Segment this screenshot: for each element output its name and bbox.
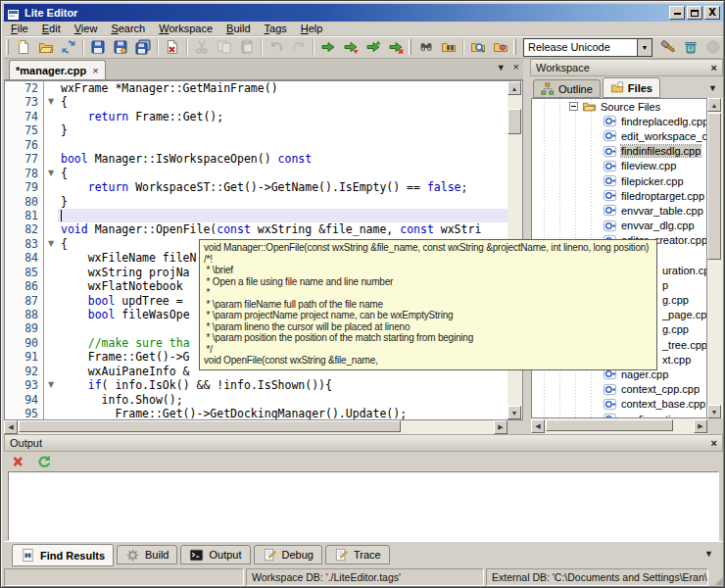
menu-file[interactable]: File <box>4 23 35 34</box>
tab-trace[interactable]: Trace <box>325 545 390 564</box>
code-line-74[interactable]: 74 return Frame::Get(); <box>5 110 508 123</box>
clear-bookmarks-button[interactable] <box>384 37 407 58</box>
stop-button[interactable] <box>701 37 724 58</box>
fold-marker-icon[interactable]: ▼ <box>44 95 58 109</box>
combo-dropdown-icon[interactable]: ▼ <box>637 39 652 56</box>
maximize-button[interactable] <box>687 6 702 20</box>
tree-item-filepicker-cpp[interactable]: filepicker.cpp <box>532 173 706 188</box>
scroll-down-icon[interactable]: ▼ <box>707 405 721 418</box>
scroll-output-button[interactable] <box>32 452 55 472</box>
tree-item-findinfilesdlg-cpp[interactable]: findinfilesdlg.cpp <box>532 144 706 159</box>
workspace-caption[interactable]: Workspace × <box>530 59 723 76</box>
tree-item-context-base-cpp[interactable]: context_base.cpp <box>532 397 706 412</box>
fold-marker-icon[interactable]: ▼ <box>44 378 58 392</box>
tab-outline[interactable]: Outline <box>533 79 601 98</box>
resize-grip[interactable]: ◢ <box>710 568 723 586</box>
redo-button[interactable] <box>287 37 310 58</box>
tree-item-envvar-dlg-cpp[interactable]: envvar_dlg.cpp <box>532 219 706 233</box>
scroll-up-icon[interactable]: ▲ <box>707 98 721 112</box>
toolbar-gripper[interactable] <box>409 39 411 55</box>
tabbar-close-icon[interactable]: × <box>513 61 519 73</box>
scrollbar-thumb[interactable] <box>546 419 673 431</box>
build-button[interactable] <box>656 37 679 58</box>
scroll-up-icon[interactable]: ▲ <box>508 81 521 95</box>
tree-item-filedroptarget-cpp[interactable]: filedroptarget.cpp <box>532 188 706 203</box>
menu-help[interactable]: Help <box>294 23 330 34</box>
menu-search[interactable]: Search <box>104 23 152 34</box>
reload-file-button[interactable] <box>57 37 79 58</box>
tab-files[interactable]: Files <box>603 77 660 98</box>
close-button[interactable]: X <box>704 6 720 20</box>
clean-button[interactable] <box>679 37 701 58</box>
prev-bookmark-button[interactable] <box>339 37 362 58</box>
paste-button[interactable] <box>235 37 258 58</box>
minimize-button[interactable] <box>669 6 685 20</box>
code-line-78[interactable]: 78▼{ <box>5 167 508 180</box>
output-caption[interactable]: Output × <box>4 434 723 452</box>
toolbar-gripper[interactable] <box>6 39 9 55</box>
workspace-dropdown-icon[interactable]: ▼ <box>708 83 717 93</box>
output-close-icon[interactable]: × <box>711 437 717 449</box>
next-bookmark-button[interactable] <box>316 37 339 58</box>
code-line-72[interactable]: 72wxFrame *Manager::GetMainFrame() <box>5 81 508 95</box>
fold-marker-icon[interactable]: ▼ <box>44 237 58 251</box>
tab-close-icon[interactable]: × <box>92 65 98 76</box>
titlebar[interactable]: Lite Editor X <box>4 4 723 22</box>
scrollbar-thumb[interactable] <box>707 113 721 260</box>
menu-tags[interactable]: Tags <box>258 23 294 34</box>
code-line-82[interactable]: 82void Manager::OpenFile(const wxString … <box>5 222 508 236</box>
save-all-button[interactable] <box>131 37 154 58</box>
workspace-close-icon[interactable]: × <box>711 62 717 74</box>
scroll-left-icon[interactable]: ◀ <box>531 419 545 433</box>
fold-marker-icon[interactable]: ▼ <box>44 167 58 180</box>
cut-button[interactable] <box>190 37 213 58</box>
code-line-73[interactable]: 73▼{ <box>5 95 508 109</box>
tree-item-findreplacedlg-cpp[interactable]: findreplacedlg.cpp <box>532 114 706 128</box>
code-line-94[interactable]: 94 info.Show(); <box>5 393 508 407</box>
menu-view[interactable]: View <box>68 23 105 34</box>
tree-horizontal-scrollbar[interactable]: ◀ ▶ <box>531 418 707 434</box>
scrollbar-thumb[interactable] <box>508 109 521 134</box>
open-resource-button[interactable] <box>466 37 489 58</box>
close-file-button[interactable] <box>161 37 183 58</box>
toolbar-gripper[interactable] <box>513 39 516 55</box>
tree-item-edit-workspace-conf-[interactable]: edit_workspace_conf_ <box>532 128 706 143</box>
scroll-down-icon[interactable]: ▼ <box>508 406 521 419</box>
output-textarea[interactable] <box>8 471 719 541</box>
tree-item-context-cpp-cpp[interactable]: context_cpp.cpp <box>532 382 706 397</box>
find-in-files-button[interactable] <box>437 37 459 58</box>
scroll-left-icon[interactable]: ◀ <box>4 420 18 434</box>
find-button[interactable] <box>414 37 437 58</box>
code-line-77[interactable]: 77bool Manager::IsWorkspaceOpen() const <box>5 152 508 166</box>
tree-item-fileview-cpp[interactable]: fileview.cpp <box>532 159 706 173</box>
tree-item-envvar-table-cpp[interactable]: envvar_table.cpp <box>532 203 706 218</box>
clear-output-button[interactable] <box>7 452 29 472</box>
tree-item-source-files[interactable]: Source Files <box>532 99 706 114</box>
tab-find-results[interactable]: Find Results <box>12 544 114 566</box>
editor-horizontal-scrollbar[interactable]: ◀ ▶ <box>4 420 508 434</box>
menu-build[interactable]: Build <box>219 23 257 34</box>
menu-workspace[interactable]: Workspace <box>152 23 219 34</box>
output-dropdown-icon[interactable]: ▼ <box>704 549 713 559</box>
tab-output[interactable]: Output <box>180 545 250 564</box>
menu-edit[interactable]: Edit <box>35 23 68 34</box>
new-file-button[interactable] <box>12 37 34 58</box>
tab-debug[interactable]: Debug <box>254 545 322 564</box>
code-line-75[interactable]: 75} <box>5 123 508 137</box>
scroll-right-icon[interactable]: ▶ <box>694 419 707 433</box>
code-line-81[interactable]: 81 <box>5 209 508 222</box>
tree-item-configuration-manage[interactable]: configuration_manage <box>532 412 706 418</box>
find-symbol-button[interactable] <box>489 37 511 58</box>
scrollbar-thumb[interactable] <box>19 420 401 432</box>
code-line-76[interactable]: 76 <box>5 138 508 152</box>
code-line-79[interactable]: 79 return WorkspaceST::Get()->GetName().… <box>5 180 508 194</box>
tab-build[interactable]: Build <box>117 545 177 564</box>
scroll-right-icon[interactable]: ▶ <box>494 420 508 434</box>
tree-vertical-scrollbar[interactable]: ▲ ▼ <box>707 98 723 418</box>
code-line-95[interactable]: 95 Frame::Get()->GetDockingManager().Upd… <box>5 407 508 420</box>
code-line-93[interactable]: 93▼ if( info.IsOk() && !info.IsShown()){ <box>5 378 508 392</box>
save-file-as-button[interactable] <box>109 37 131 58</box>
tab-manager-cpp[interactable]: *manager.cpp × <box>9 60 106 79</box>
copy-button[interactable] <box>213 37 235 58</box>
undo-button[interactable] <box>265 37 287 58</box>
